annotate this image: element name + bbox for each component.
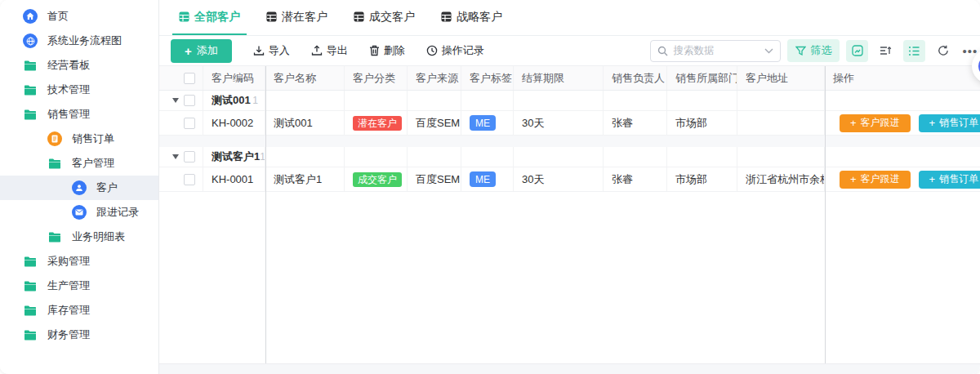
group-select-cell xyxy=(159,147,203,167)
table-header-row: 客户编码 客户名称 客户分类 客户来源 客户标签 结算期限 销售负责人 销售所属… xyxy=(159,66,980,91)
horizontal-scrollbar-track[interactable] xyxy=(159,363,980,374)
customer-followup-button[interactable]: +客户跟进 xyxy=(840,114,911,132)
customer-table: 客户编码 客户名称 客户分类 客户来源 客户标签 结算期限 销售负责人 销售所属… xyxy=(159,65,980,363)
export-icon xyxy=(311,45,323,56)
sales-order-button[interactable]: +销售订单 xyxy=(919,171,980,189)
sidebar-item-label: 经营看板 xyxy=(47,58,90,73)
sidebar-item-home[interactable]: 首页 xyxy=(0,4,158,29)
sidebar-item-customers[interactable]: 客户 xyxy=(0,176,158,200)
order-document-icon xyxy=(47,131,62,146)
sidebar-item-label: 生产管理 xyxy=(47,278,90,293)
search-input[interactable] xyxy=(673,45,760,56)
app-window: 首页 系统业务流程图 经营看板 技术管理 销售管理 xyxy=(0,0,980,374)
import-button[interactable]: 导入 xyxy=(253,43,290,58)
column-header[interactable]: 客户名称 xyxy=(265,66,345,90)
collapse-triangle-icon[interactable] xyxy=(172,98,179,103)
column-header[interactable]: 销售负责人 xyxy=(604,66,667,90)
clock-icon xyxy=(426,45,438,56)
column-header[interactable]: 客户编码 xyxy=(203,66,265,90)
table-view-icon xyxy=(266,11,277,22)
table-empty-area xyxy=(159,192,980,363)
folder-icon xyxy=(47,156,62,171)
delete-button[interactable]: 删除 xyxy=(369,43,405,58)
customer-person-icon xyxy=(72,180,87,195)
select-all-checkbox[interactable] xyxy=(184,73,195,84)
add-button[interactable]: + 添加 xyxy=(171,39,232,63)
table-row[interactable]: KH-0001 测试客户1 成交客户 百度SEM ME 30天 张睿 市场部 浙… xyxy=(159,167,980,192)
refresh-button[interactable] xyxy=(932,40,954,62)
chevron-down-icon[interactable] xyxy=(764,48,773,54)
sidebar-item-customer-mgmt[interactable]: 客户管理 xyxy=(0,151,158,176)
row-checkbox[interactable] xyxy=(184,118,195,129)
sales-dept-cell: 市场部 xyxy=(667,167,737,191)
sales-owner-cell: 张睿 xyxy=(604,111,667,135)
tag-badge: ME xyxy=(470,171,496,187)
row-height-button[interactable] xyxy=(875,40,897,62)
main-content: 全部客户 潜在客户 成交客户 战略客户 + 添加 导入 xyxy=(159,0,980,374)
group-name: 测试客户1 xyxy=(212,149,260,164)
sidebar-item-label: 跟进记录 xyxy=(96,205,139,220)
group-title-cell: 测试客户1 1 xyxy=(203,147,265,167)
card-view-button[interactable] xyxy=(846,40,868,62)
column-header: 操作 xyxy=(825,66,980,90)
folder-icon xyxy=(47,229,62,244)
column-header[interactable]: 客户来源 xyxy=(408,66,461,90)
customer-followup-button[interactable]: +客户跟进 xyxy=(840,171,911,189)
view-tabs: 全部客户 潜在客户 成交客户 战略客户 xyxy=(159,0,980,36)
customer-category-cell: 潜在客户 xyxy=(345,111,408,135)
folder-icon xyxy=(23,303,38,318)
group-checkbox[interactable] xyxy=(184,151,195,163)
group-checkbox[interactable] xyxy=(184,95,195,106)
fixed-column-divider-right xyxy=(825,66,826,363)
sidebar-item-tech[interactable]: 技术管理 xyxy=(0,78,158,102)
table-row[interactable]: KH-0002 测试001 潜在客户 百度SEM ME 30天 张睿 市场部 +… xyxy=(159,111,980,136)
group-view-button[interactable] xyxy=(903,40,925,62)
sidebar-item-sales[interactable]: 销售管理 xyxy=(0,102,158,127)
import-icon xyxy=(253,45,265,56)
group-row: 测试客户1 1 xyxy=(159,147,980,167)
column-header[interactable]: 客户地址 xyxy=(737,66,825,90)
sales-order-button[interactable]: +销售订单 xyxy=(919,114,980,132)
operation-log-button[interactable]: 操作记录 xyxy=(426,43,484,58)
home-icon xyxy=(23,9,38,24)
folder-icon xyxy=(23,278,38,293)
fixed-column-divider-left xyxy=(265,66,266,363)
plus-icon: + xyxy=(929,118,936,128)
tab-all-customers[interactable]: 全部客户 xyxy=(172,0,247,35)
sidebar-item-finance[interactable]: 财务管理 xyxy=(0,323,158,347)
column-header[interactable]: 客户分类 xyxy=(345,66,408,90)
sidebar-item-business-detail[interactable]: 业务明细表 xyxy=(0,225,158,249)
tab-strategic-customers[interactable]: 战略客户 xyxy=(434,0,509,35)
group-select-cell xyxy=(159,91,203,110)
settlement-term-cell: 30天 xyxy=(514,111,604,135)
plus-icon: + xyxy=(185,45,192,57)
tab-closed-customers[interactable]: 成交客户 xyxy=(347,0,421,35)
sidebar-item-purchasing[interactable]: 采购管理 xyxy=(0,249,158,274)
column-header[interactable]: 客户标签 xyxy=(461,66,514,90)
group-title-cell: 测试001 1 xyxy=(203,91,265,110)
category-badge: 潜在客户 xyxy=(353,116,402,131)
sidebar-item-label: 库存管理 xyxy=(47,303,90,318)
sidebar-item-production[interactable]: 生产管理 xyxy=(0,274,158,298)
sidebar-item-dashboard[interactable]: 经营看板 xyxy=(0,53,158,78)
sidebar-item-flowchart[interactable]: 系统业务流程图 xyxy=(0,29,158,53)
sidebar-item-inventory[interactable]: 库存管理 xyxy=(0,298,158,323)
customer-code-cell: KH-0001 xyxy=(203,167,265,191)
collapse-triangle-icon[interactable] xyxy=(172,154,179,159)
filter-button[interactable]: 筛选 xyxy=(787,39,840,62)
sidebar-item-sales-orders[interactable]: 销售订单 xyxy=(0,127,158,151)
column-header[interactable]: 销售所属部门 xyxy=(667,66,737,90)
folder-icon xyxy=(23,327,38,342)
category-badge: 成交客户 xyxy=(353,172,402,187)
folder-icon xyxy=(23,82,38,97)
export-button[interactable]: 导出 xyxy=(311,43,348,58)
column-header[interactable]: 结算期限 xyxy=(514,66,604,90)
search-box xyxy=(650,40,781,62)
tab-label: 潜在客户 xyxy=(282,10,327,24)
flowchart-globe-icon xyxy=(23,33,38,48)
tab-potential-customers[interactable]: 潜在客户 xyxy=(260,0,334,35)
sidebar-item-label: 财务管理 xyxy=(47,327,90,342)
sidebar-item-followup-records[interactable]: 跟进记录 xyxy=(0,200,158,225)
sidebar-item-label: 业务明细表 xyxy=(72,229,125,244)
row-checkbox[interactable] xyxy=(184,174,195,185)
